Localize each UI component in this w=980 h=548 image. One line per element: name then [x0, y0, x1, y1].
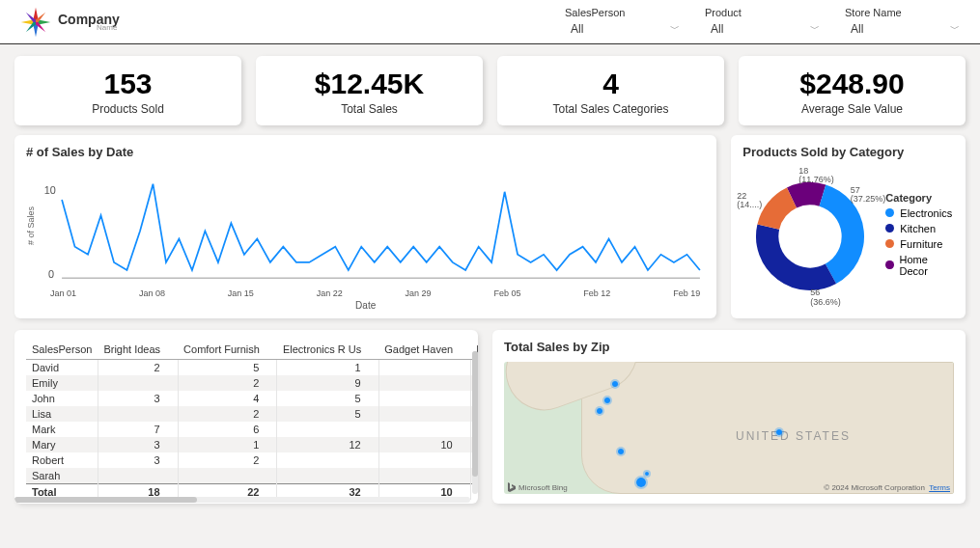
- x-axis-label: Date: [26, 300, 705, 311]
- products-by-category-chart[interactable]: Products Sold by Category 18(11.76%) 57(…: [731, 135, 966, 318]
- x-tick: Feb 05: [493, 288, 520, 298]
- kpi-categories[interactable]: 4 Total Sales Categories: [497, 56, 724, 125]
- bing-icon: [508, 482, 516, 492]
- select-value: All: [571, 22, 583, 36]
- filter-bar: SalesPerson All ﹀ Product All ﹀ Store Na…: [565, 7, 966, 38]
- donut-svg: 18(11.76%) 57(37.25%) 56(36.6%) 22(14...…: [742, 169, 878, 304]
- svg-text:0: 0: [48, 268, 54, 280]
- kpi-value: 153: [20, 68, 236, 100]
- sales-matrix-table[interactable]: SalesPerson Bright Ideas Comfort Furnish…: [14, 330, 478, 504]
- slice-label-electronics: 57(37.25%): [851, 186, 886, 206]
- x-tick: Jan 08: [139, 288, 165, 298]
- line-chart-svg: 10 0: [36, 163, 705, 288]
- map-point[interactable]: [774, 427, 784, 437]
- chevron-down-icon: ﹀: [950, 22, 960, 36]
- kpi-row: 153 Products Sold $12.45K Total Sales 4 …: [0, 44, 980, 135]
- table-row[interactable]: Robert32: [26, 452, 478, 468]
- salesperson-select[interactable]: All ﹀: [565, 20, 686, 38]
- map-point[interactable]: [602, 396, 612, 405]
- x-tick: Jan 22: [317, 288, 343, 298]
- legend-item-kitchen[interactable]: Kitchen: [885, 223, 954, 234]
- x-tick: Jan 15: [228, 288, 254, 298]
- kpi-avg-sale[interactable]: $248.90 Average Sale Value: [739, 56, 966, 125]
- select-value: All: [851, 22, 863, 36]
- x-tick: Jan 29: [406, 288, 432, 298]
- store-select[interactable]: All ﹀: [845, 20, 966, 38]
- map-point[interactable]: [634, 476, 648, 489]
- x-tick: Feb 19: [673, 288, 700, 298]
- logo: Company Name: [19, 6, 120, 39]
- svg-marker-11: [508, 482, 516, 492]
- map-terms-link[interactable]: Terms: [929, 483, 950, 492]
- map-point[interactable]: [643, 470, 651, 478]
- swatch-icon: [885, 239, 894, 248]
- x-tick: Jan 01: [50, 288, 76, 298]
- legend-title: Category: [885, 192, 954, 204]
- legend: Category Electronics Kitchen Furniture H…: [885, 192, 954, 281]
- map-point[interactable]: [595, 406, 604, 416]
- col-header[interactable]: Electronics R Us: [277, 340, 378, 360]
- map-point[interactable]: [616, 447, 626, 456]
- map-canvas[interactable]: UNITED STATES Microsoft Bing © 2024 Micr…: [504, 362, 954, 494]
- select-value: All: [711, 22, 723, 36]
- map-point[interactable]: [610, 379, 620, 389]
- x-ticks: Jan 01 Jan 08 Jan 15 Jan 22 Jan 29 Feb 0…: [50, 288, 700, 298]
- sales-by-zip-map[interactable]: Total Sales by Zip UNITED STATES Microso…: [492, 330, 966, 504]
- map-attribution-bing: Microsoft Bing: [508, 482, 568, 492]
- table-row[interactable]: Emily29: [26, 375, 478, 391]
- product-select[interactable]: All ﹀: [705, 20, 826, 38]
- table-row[interactable]: David251: [26, 360, 478, 376]
- logo-star-icon: [19, 6, 52, 39]
- swatch-icon: [885, 208, 894, 217]
- table-row[interactable]: Sarah: [26, 468, 478, 484]
- table-row[interactable]: Mark76: [26, 422, 478, 437]
- filter-label: Product: [705, 7, 826, 18]
- app-header: Company Name SalesPerson All ﹀ Product A…: [0, 0, 980, 44]
- kpi-products-sold[interactable]: 153 Products Sold: [14, 56, 241, 125]
- chevron-down-icon: ﹀: [670, 22, 680, 36]
- table-horizontal-scrollbar[interactable]: [14, 496, 470, 504]
- filter-label: Store Name: [845, 7, 966, 18]
- kpi-label: Average Sale Value: [744, 102, 960, 116]
- slice-label-kitchen: 56(36.6%): [810, 288, 841, 308]
- bottom-row: SalesPerson Bright Ideas Comfort Furnish…: [0, 330, 980, 515]
- table-row[interactable]: Lisa25: [26, 406, 478, 422]
- chart-title: Products Sold by Category: [742, 145, 954, 159]
- country-label: UNITED STATES: [736, 429, 851, 443]
- col-header[interactable]: Bright Ideas: [98, 340, 178, 360]
- col-header[interactable]: Gadget Haven: [378, 340, 470, 360]
- filter-label: SalesPerson: [565, 7, 686, 18]
- kpi-total-sales[interactable]: $12.45K Total Sales: [256, 56, 483, 125]
- swatch-icon: [885, 224, 894, 233]
- filter-product: Product All ﹀: [705, 7, 826, 38]
- logo-text-sub: Name: [97, 24, 120, 32]
- table-row[interactable]: John345: [26, 391, 478, 406]
- kpi-label: Products Sold: [20, 102, 236, 116]
- svg-text:10: 10: [44, 184, 56, 196]
- kpi-label: Total Sales: [262, 102, 477, 116]
- chart-title: # of Sales by Date: [26, 145, 705, 159]
- y-axis-label: # of Sales: [26, 163, 36, 288]
- legend-item-electronics[interactable]: Electronics: [885, 207, 954, 219]
- col-header[interactable]: Comfort Furnish: [178, 340, 277, 360]
- col-header[interactable]: SalesPerson: [26, 340, 98, 360]
- kpi-value: 4: [503, 68, 718, 100]
- filter-salesperson: SalesPerson All ﹀: [565, 7, 686, 38]
- table-vertical-scrollbar[interactable]: [472, 351, 478, 494]
- kpi-label: Total Sales Categories: [503, 102, 718, 116]
- chevron-down-icon: ﹀: [810, 22, 820, 36]
- x-tick: Feb 12: [583, 288, 610, 298]
- slice-label-furniture: 22(14....): [737, 192, 762, 211]
- slice-label-homedecor: 18(11.76%): [798, 167, 834, 186]
- mid-row: # of Sales by Date # of Sales 10 0 Jan 0…: [0, 135, 980, 330]
- map-attribution-copyright: © 2024 Microsoft Corporation Terms: [824, 483, 950, 492]
- chart-title: Total Sales by Zip: [504, 340, 954, 354]
- kpi-value: $12.45K: [262, 68, 477, 100]
- swatch-icon: [885, 260, 893, 269]
- sales-table: SalesPerson Bright Ideas Comfort Furnish…: [26, 340, 478, 500]
- legend-item-homedecor[interactable]: Home Decor: [885, 254, 954, 277]
- legend-item-furniture[interactable]: Furniture: [885, 238, 954, 250]
- table-row[interactable]: Mary311210: [26, 437, 478, 452]
- sales-by-date-chart[interactable]: # of Sales by Date # of Sales 10 0 Jan 0…: [14, 135, 716, 318]
- filter-store: Store Name All ﹀: [845, 7, 966, 38]
